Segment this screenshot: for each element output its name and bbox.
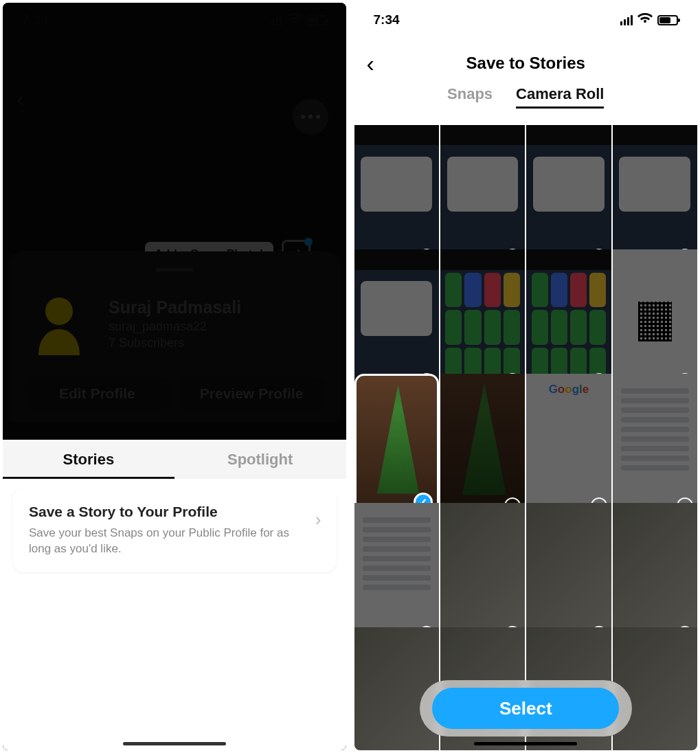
save-story-card[interactable]: Save a Story to Your Profile Save your b… [12, 488, 337, 572]
profile-username: suraj_padmasa22 [109, 319, 241, 334]
chevron-right-icon: › [315, 509, 321, 530]
photo-thumbnail[interactable] [613, 503, 697, 647]
save-to-stories-screen: 7:34 ‹ Save to Stories Snaps Camera Roll [354, 3, 698, 750]
status-bar-right: 7:34 [354, 3, 698, 37]
photo-thumbnail[interactable] [440, 249, 525, 394]
photo-thumbnail[interactable] [526, 503, 611, 647]
photo-thumbnail[interactable]: Google [526, 374, 611, 518]
photo-thumbnail[interactable] [613, 125, 697, 269]
wifi-icon [286, 12, 302, 27]
profile-subscribers: 7 Subscribers [109, 336, 241, 350]
preview-profile-button[interactable]: Preview Profile [179, 377, 324, 410]
source-tabs: Snaps Camera Roll [354, 85, 698, 109]
photo-thumbnail[interactable] [354, 249, 439, 394]
photo-thumbnail[interactable] [613, 627, 697, 750]
photo-thumbnail-selected[interactable]: ✓ [354, 374, 439, 518]
photo-thumbnail[interactable] [440, 374, 525, 518]
photo-thumbnail[interactable] [440, 125, 525, 269]
tab-stories[interactable]: Stories [3, 440, 174, 479]
edit-profile-button[interactable]: Edit Profile [25, 377, 170, 410]
profile-name: Suraj Padmasali [109, 297, 241, 317]
select-bar: Select [420, 680, 633, 737]
photo-thumbnail[interactable] [613, 249, 697, 394]
svg-point-0 [45, 297, 73, 325]
status-icons [269, 12, 327, 27]
status-time: 7:34 [374, 12, 400, 27]
home-indicator[interactable] [123, 742, 226, 745]
back-button[interactable]: ‹ [367, 50, 374, 77]
photo-thumbnail[interactable] [526, 249, 611, 394]
photo-thumbnail[interactable] [354, 125, 439, 269]
camera-roll-grid: ✓ Google [354, 125, 698, 750]
tab-bar: Stories Spotlight [3, 440, 346, 479]
tab-snaps[interactable]: Snaps [447, 85, 493, 109]
tab-camera-roll[interactable]: Camera Roll [516, 85, 604, 109]
photo-thumbnail[interactable] [354, 627, 439, 750]
wifi-icon [637, 12, 653, 27]
tab-spotlight[interactable]: Spotlight [174, 440, 346, 479]
status-bar-left: 7:34 [3, 3, 346, 37]
cover-area: ‹ Add a Cover Photo! [3, 37, 346, 257]
profile-screen: 7:34 ‹ Add a Cover Photo! Suraj Pa [3, 3, 346, 750]
picker-header: ‹ Save to Stories Snaps Camera Roll [354, 37, 698, 126]
profile-card: Suraj Padmasali suraj_padmasa22 7 Subscr… [8, 251, 341, 423]
status-icons [620, 12, 678, 27]
cell-signal-icon [620, 15, 633, 25]
avatar[interactable] [25, 289, 93, 358]
photo-thumbnail[interactable] [440, 503, 525, 647]
cell-signal-icon [269, 15, 282, 25]
home-indicator[interactable] [474, 742, 577, 745]
tabs-section: Stories Spotlight Save a Story to Your P… [3, 440, 346, 750]
more-button[interactable] [293, 99, 328, 135]
photo-thumbnail[interactable] [613, 374, 697, 518]
story-card-title: Save a Story to Your Profile [29, 504, 320, 520]
page-title: Save to Stories [466, 54, 585, 73]
select-button[interactable]: Select [432, 688, 619, 729]
photo-thumbnail[interactable] [526, 125, 611, 269]
story-card-desc: Save your best Snaps on your Public Prof… [29, 526, 320, 557]
back-button[interactable]: ‹ [16, 85, 24, 112]
photo-thumbnail[interactable] [354, 503, 439, 647]
battery-icon [306, 15, 327, 25]
status-time: 7:34 [22, 12, 48, 27]
drag-handle[interactable] [155, 268, 194, 271]
battery-icon [657, 15, 678, 25]
